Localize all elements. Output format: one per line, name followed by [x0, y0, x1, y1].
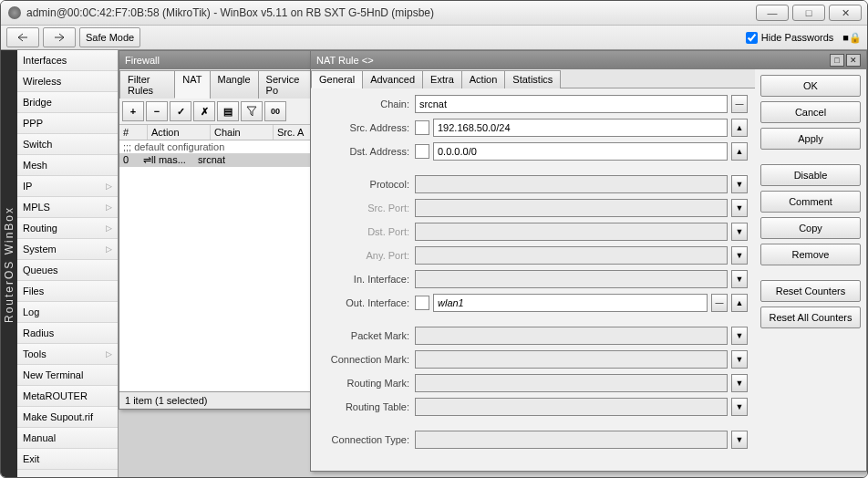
- nat-title: NAT Rule <> □ ✕: [311, 51, 866, 69]
- col-action[interactable]: Action: [148, 125, 211, 140]
- undo-button[interactable]: [6, 27, 39, 47]
- tab-general[interactable]: General: [311, 70, 363, 88]
- col-chain[interactable]: Chain: [211, 125, 274, 140]
- sidebar-item-interfaces[interactable]: Interfaces: [17, 50, 118, 71]
- sidebar-item-system[interactable]: System▷: [17, 239, 118, 260]
- in-interface-input[interactable]: [415, 270, 728, 288]
- sidebar-item-queues[interactable]: Queues: [17, 260, 118, 281]
- disable-button[interactable]: Disable: [760, 164, 861, 186]
- close-button[interactable]: ✕: [829, 5, 862, 21]
- sidebar-item-label: Wireless: [23, 76, 61, 87]
- tab-advanced[interactable]: Advanced: [362, 70, 423, 88]
- out-interface-invert[interactable]: [415, 296, 429, 310]
- sidebar-item-mesh[interactable]: Mesh: [17, 155, 118, 176]
- connection-mark-input[interactable]: [415, 350, 728, 369]
- routing-mark-input[interactable]: [415, 374, 728, 392]
- out-interface-input[interactable]: [433, 294, 708, 312]
- hide-passwords-checkbox[interactable]: Hide Passwords: [746, 32, 833, 44]
- sidebar-item-label: Routing: [23, 223, 57, 234]
- sidebar-item-bridge[interactable]: Bridge: [17, 92, 118, 113]
- col-srca[interactable]: Src. A: [274, 125, 311, 140]
- src-address-input[interactable]: [433, 119, 728, 137]
- sidebar-item-wireless[interactable]: Wireless: [17, 71, 118, 92]
- tab-statistics[interactable]: Statistics: [504, 70, 561, 88]
- remove-button[interactable]: −: [146, 101, 168, 121]
- copy-button[interactable]: Copy: [760, 217, 861, 239]
- routing-table-input[interactable]: [415, 398, 728, 416]
- dst-address-invert[interactable]: [415, 144, 429, 159]
- sidebar-item-manual[interactable]: Manual: [17, 428, 118, 449]
- add-button[interactable]: +: [122, 101, 144, 121]
- dst-address-input[interactable]: [433, 142, 728, 161]
- out-interface-dropdown-icon[interactable]: ―: [711, 294, 728, 312]
- sidebar-item-label: MPLS: [23, 202, 50, 213]
- tab-action[interactable]: Action: [461, 70, 506, 88]
- in-interface-expand-icon[interactable]: ▼: [731, 270, 748, 288]
- tab-filter-rules[interactable]: Filter Rules: [119, 70, 175, 99]
- comment-action-button[interactable]: Comment: [760, 191, 861, 213]
- packet-mark-expand-icon[interactable]: ▼: [731, 327, 748, 345]
- sidebar-item-switch[interactable]: Switch: [17, 134, 118, 155]
- src-port-label: Src. Port:: [311, 203, 411, 213]
- table-comment-row[interactable]: ;;; default configuration: [119, 140, 311, 153]
- reset-all-counters-button[interactable]: Reset All Counters: [760, 307, 861, 328]
- src-port-expand-icon[interactable]: ▼: [731, 199, 748, 217]
- packet-mark-label: Packet Mark:: [311, 330, 411, 341]
- nat-close-button[interactable]: ✕: [846, 54, 861, 67]
- maximize-button[interactable]: □: [792, 5, 825, 21]
- hide-passwords-input[interactable]: [746, 32, 758, 44]
- packet-mark-input[interactable]: [415, 327, 728, 345]
- src-address-invert[interactable]: [415, 120, 429, 135]
- dst-port-expand-icon[interactable]: ▼: [731, 223, 748, 241]
- connection-mark-expand-icon[interactable]: ▼: [731, 350, 748, 369]
- routing-table-expand-icon[interactable]: ▼: [731, 398, 748, 416]
- chain-dropdown-icon[interactable]: ―: [731, 95, 748, 113]
- remove-rule-button[interactable]: Remove: [760, 244, 861, 265]
- tab-mangle[interactable]: Mangle: [210, 70, 259, 99]
- reset-counters-button[interactable]: Reset Counters: [760, 280, 861, 302]
- sidebar-item-exit[interactable]: Exit: [17, 449, 118, 470]
- connection-type-input[interactable]: [415, 431, 728, 449]
- sidebar-item-ip[interactable]: IP▷: [17, 176, 118, 197]
- counters-button[interactable]: 00: [264, 101, 286, 121]
- nat-maximize-button[interactable]: □: [830, 54, 844, 67]
- protocol-expand-icon[interactable]: ▼: [731, 175, 748, 193]
- firewall-title: Firewall: [119, 51, 311, 69]
- safe-mode-button[interactable]: Safe Mode: [79, 27, 140, 47]
- comment-button[interactable]: ▤: [217, 101, 239, 121]
- sidebar-item-log[interactable]: Log: [17, 302, 118, 323]
- sidebar-item-label: System: [23, 244, 57, 255]
- redo-button[interactable]: [43, 27, 76, 47]
- col-num[interactable]: #: [119, 125, 148, 140]
- sidebar-item-files[interactable]: Files: [17, 281, 118, 302]
- protocol-input[interactable]: [415, 175, 728, 193]
- tab-nat[interactable]: NAT: [174, 70, 210, 99]
- dst-address-collapse-icon[interactable]: ▲: [731, 142, 748, 161]
- content-area: Firewall Filter RulesNATMangleService Po…: [119, 50, 867, 478]
- sidebar-item-make-supout-rif[interactable]: Make Supout.rif: [17, 407, 118, 428]
- any-port-expand-icon[interactable]: ▼: [731, 246, 748, 265]
- connection-type-expand-icon[interactable]: ▼: [731, 431, 748, 449]
- table-row[interactable]: 0 ⇌ll mas... srcnat: [119, 153, 311, 167]
- apply-button[interactable]: Apply: [760, 128, 861, 150]
- ok-button[interactable]: OK: [760, 75, 861, 97]
- minimize-button[interactable]: —: [756, 5, 789, 21]
- tab-extra[interactable]: Extra: [422, 70, 462, 88]
- disable-button[interactable]: ✗: [193, 101, 215, 121]
- sidebar-item-routing[interactable]: Routing▷: [17, 218, 118, 239]
- routing-mark-expand-icon[interactable]: ▼: [731, 374, 748, 392]
- sidebar-item-ppp[interactable]: PPP: [17, 113, 118, 134]
- filter-button[interactable]: [241, 101, 263, 121]
- cell-action: ⇌ll mas...: [143, 154, 198, 166]
- tab-service-po[interactable]: Service Po: [258, 70, 312, 99]
- sidebar-item-tools[interactable]: Tools▷: [17, 344, 118, 365]
- sidebar-item-metarouter[interactable]: MetaROUTER: [17, 386, 118, 407]
- sidebar-item-mpls[interactable]: MPLS▷: [17, 197, 118, 218]
- out-interface-collapse-icon[interactable]: ▲: [731, 294, 748, 312]
- chain-input[interactable]: [415, 95, 728, 113]
- sidebar-item-new-terminal[interactable]: New Terminal: [17, 365, 118, 386]
- enable-button[interactable]: ✓: [170, 101, 191, 121]
- src-address-collapse-icon[interactable]: ▲: [731, 119, 748, 137]
- sidebar-item-radius[interactable]: Radius: [17, 323, 118, 344]
- cancel-button[interactable]: Cancel: [760, 101, 861, 123]
